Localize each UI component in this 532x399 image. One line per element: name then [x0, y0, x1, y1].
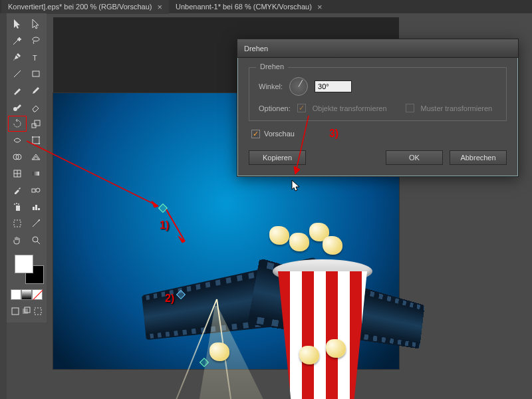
mesh-tool[interactable] — [8, 166, 27, 182]
color-swatches — [8, 252, 45, 320]
document-tab[interactable]: Konvertiert].eps* bei 200 % (RGB/Vorscha… — [1, 0, 169, 14]
shape-builder-tool[interactable] — [8, 149, 27, 165]
preview-checkbox[interactable] — [251, 130, 260, 138]
rotate-fieldset: Drehen Winkel: Optionen: Objekte transfo… — [249, 67, 507, 121]
document-tab-bar: Konvertiert].eps* bei 200 % (RGB/Vorscha… — [0, 0, 532, 13]
ok-button[interactable]: OK — [386, 150, 443, 165]
document-tab[interactable]: Unbenannt-1* bei 68 % (CMYK/Vorschau) × — [169, 0, 329, 14]
dialog-title: Drehen — [244, 45, 268, 53]
tutorial-arrow — [291, 113, 311, 180]
artwork-popcorn-bucket — [273, 259, 372, 399]
button-label: OK — [409, 154, 420, 162]
paintbrush-tool[interactable] — [8, 82, 27, 98]
dialog-titlebar[interactable]: Drehen — [237, 39, 518, 58]
fieldset-legend: Drehen — [256, 63, 288, 70]
type-tool[interactable]: T — [27, 49, 45, 65]
transform-objects-checkbox — [297, 104, 306, 112]
svg-point-0 — [33, 37, 39, 41]
transform-patterns-checkbox — [406, 104, 414, 112]
artboard-tool[interactable] — [8, 215, 27, 231]
lasso-tool[interactable] — [27, 33, 45, 49]
selection-tool[interactable] — [8, 16, 27, 32]
artwork-popcorn — [283, 233, 362, 273]
svg-line-34 — [27, 141, 158, 206]
button-label: Abbrechen — [460, 154, 495, 162]
magic-wand-tool[interactable] — [8, 33, 27, 49]
pen-tool[interactable] — [8, 49, 27, 65]
rectangle-tool[interactable] — [27, 66, 45, 82]
line-segment-tool[interactable] — [8, 66, 27, 82]
tab-label: Konvertiert].eps* bei 200 % (RGB/Vorscha… — [8, 3, 152, 11]
angle-input[interactable] — [315, 80, 352, 92]
color-mode-button[interactable] — [11, 289, 21, 300]
draw-behind-button[interactable] — [21, 305, 32, 317]
blob-brush-tool[interactable] — [8, 99, 27, 115]
options-label: Optionen: — [259, 104, 291, 112]
width-tool[interactable] — [8, 132, 27, 148]
artwork-popcorn — [209, 342, 229, 361]
hand-tool[interactable] — [8, 232, 27, 248]
svg-point-9 — [39, 136, 40, 138]
close-icon[interactable]: × — [157, 2, 162, 12]
draw-normal-button[interactable] — [9, 305, 21, 317]
fill-swatch[interactable] — [15, 255, 33, 273]
pencil-tool[interactable] — [27, 82, 45, 98]
svg-point-23 — [18, 203, 19, 205]
svg-point-22 — [16, 203, 17, 204]
svg-line-29 — [37, 241, 40, 244]
artwork-popcorn — [326, 339, 346, 358]
tutorial-arrow — [25, 140, 165, 213]
cancel-button[interactable]: Abbrechen — [450, 150, 507, 165]
preview-label: Vorschau — [264, 130, 295, 138]
gradient-mode-button[interactable] — [21, 289, 32, 300]
symbol-sprayer-tool[interactable] — [8, 199, 27, 215]
svg-point-21 — [14, 203, 15, 205]
svg-rect-6 — [35, 120, 40, 126]
transform-objects-label: Objekte transformieren — [313, 104, 387, 112]
svg-point-8 — [32, 136, 33, 138]
annotation-label: 1) — [160, 219, 169, 231]
svg-line-2 — [14, 70, 21, 77]
none-mode-button[interactable] — [32, 289, 43, 300]
svg-rect-27 — [14, 220, 21, 227]
direct-selection-tool[interactable] — [27, 16, 45, 32]
rotate-tool[interactable] — [8, 116, 27, 132]
zoom-tool[interactable] — [27, 232, 45, 248]
scale-tool[interactable] — [27, 116, 45, 132]
svg-line-38 — [295, 116, 309, 174]
svg-rect-33 — [35, 308, 41, 315]
draw-inside-button[interactable] — [33, 305, 44, 317]
svg-point-28 — [33, 237, 38, 242]
eyedropper-tool[interactable] — [8, 182, 27, 198]
angle-label: Winkel: — [259, 82, 283, 90]
close-icon[interactable]: × — [317, 2, 323, 12]
svg-marker-35 — [152, 201, 158, 207]
angle-dial[interactable] — [289, 77, 308, 96]
dock-rail — [0, 13, 7, 399]
artwork-popcorn — [299, 346, 319, 364]
svg-text:T: T — [33, 54, 37, 62]
slice-tool[interactable] — [27, 215, 45, 231]
annotation-label: 3) — [329, 128, 338, 140]
svg-rect-20 — [16, 205, 20, 211]
rotate-dialog: Drehen Drehen Winkel: Optionen: Objekte … — [237, 39, 519, 177]
svg-rect-31 — [23, 309, 28, 314]
button-label: Kopieren — [263, 154, 292, 162]
svg-rect-30 — [12, 308, 19, 315]
transform-patterns-label: Muster transformieren — [421, 104, 493, 112]
tab-label: Unbenannt-1* bei 68 % (CMYK/Vorschau) — [176, 3, 312, 11]
svg-rect-3 — [33, 71, 39, 76]
svg-point-4 — [13, 107, 17, 111]
annotation-label: 2) — [165, 293, 174, 305]
eraser-tool[interactable] — [27, 99, 45, 115]
